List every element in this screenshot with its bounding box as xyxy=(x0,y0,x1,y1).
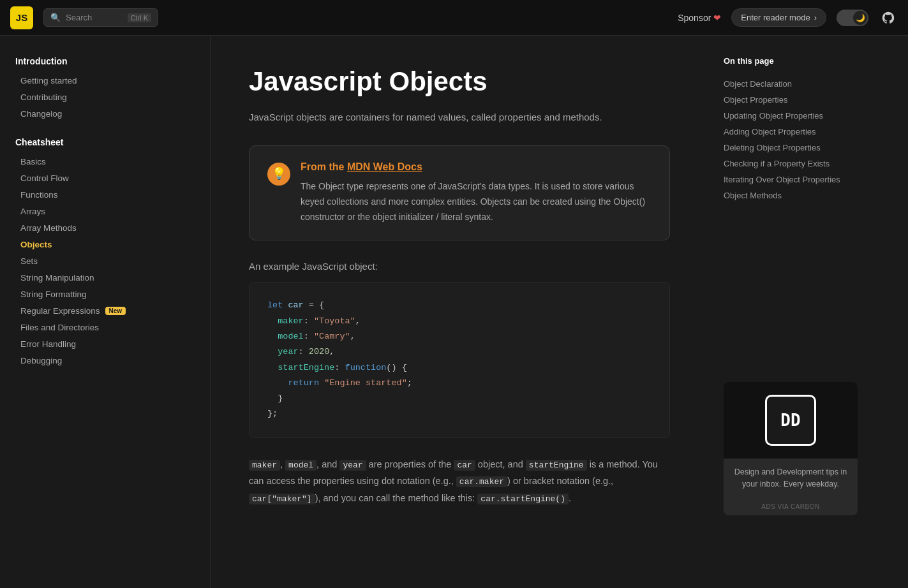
sidebar-item-error-handling[interactable]: Error Handling xyxy=(15,336,195,352)
mdn-content: From the MDN Web Docs The Object type re… xyxy=(301,161,651,224)
sidebar-item-label: Sets xyxy=(20,256,38,266)
sidebar-item-label: Debugging xyxy=(20,356,62,365)
search-shortcut: Ctrl K xyxy=(128,13,152,22)
mdn-callout: 💡 From the MDN Web Docs The Object type … xyxy=(249,145,670,240)
sidebar-item-label: Control Flow xyxy=(20,173,69,183)
toc-item-object-properties[interactable]: Object Properties xyxy=(724,92,859,108)
ad-text: Design and Development tips in your inbo… xyxy=(724,459,858,498)
toc-item-iterating-over-object-properties[interactable]: Iterating Over Object Properties xyxy=(724,172,859,187)
toc-panel: On this page Object DeclarationObject Pr… xyxy=(708,36,874,588)
sidebar-item-control-flow[interactable]: Control Flow xyxy=(15,170,195,186)
toggle-knob: 🌙 xyxy=(853,11,867,25)
sidebar-item-objects[interactable]: Objects xyxy=(15,237,195,253)
page-layout: Introduction Getting startedContributing… xyxy=(0,36,908,588)
sidebar-item-regular-expressions[interactable]: Regular ExpressionsNew xyxy=(15,303,195,319)
intro-section-title: Introduction xyxy=(15,56,195,66)
sidebar-item-label: Functions xyxy=(20,190,58,200)
svg-text:💡: 💡 xyxy=(272,166,287,180)
sidebar-item-label: Basics xyxy=(20,157,46,166)
heart-icon: ❤ xyxy=(713,13,721,23)
ad-via: ADS VIA CARBON xyxy=(724,498,858,515)
dark-mode-toggle[interactable]: 🌙 xyxy=(837,10,868,26)
sidebar-item-label: String Formatting xyxy=(20,290,87,299)
chevron-right-icon: › xyxy=(814,13,817,22)
sidebar-item-array-methods[interactable]: Array Methods xyxy=(15,220,195,236)
sidebar-item-functions[interactable]: Functions xyxy=(15,187,195,203)
page-title: Javascript Objects xyxy=(249,66,670,97)
sidebar-item-label: Objects xyxy=(20,240,52,249)
sidebar-item-label: Error Handling xyxy=(20,339,76,349)
sidebar-item-label: Array Methods xyxy=(20,223,77,233)
sidebar-item-contributing[interactable]: Contributing xyxy=(15,89,195,105)
sidebar-item-getting-started[interactable]: Getting started xyxy=(15,73,195,89)
sidebar-item-changelog[interactable]: Changelog xyxy=(15,106,195,122)
mdn-title: From the MDN Web Docs xyxy=(301,161,651,173)
sidebar-item-label: Regular Expressions xyxy=(20,306,100,316)
github-icon[interactable] xyxy=(879,8,898,27)
cheatsheet-nav: BasicsControl FlowFunctionsArraysArray M… xyxy=(15,154,195,369)
reader-mode-button[interactable]: Enter reader mode › xyxy=(731,8,826,27)
sponsor-button[interactable]: Sponsor ❤ xyxy=(678,13,721,23)
toc-title: On this page xyxy=(724,56,859,66)
toc-item-adding-object-properties[interactable]: Adding Object Properties xyxy=(724,124,859,140)
main-content: Javascript Objects JavaScript objects ar… xyxy=(211,36,708,588)
intro-nav: Getting startedContributingChangelog xyxy=(15,73,195,122)
toc-item-checking-if-a-property-exists[interactable]: Checking if a Property Exists xyxy=(724,156,859,172)
new-badge: New xyxy=(105,307,126,315)
sidebar-item-arrays[interactable]: Arrays xyxy=(15,203,195,219)
search-label: Search xyxy=(66,13,92,22)
sidebar-item-label: Files and Directories xyxy=(20,323,99,332)
toc-item-object-declaration[interactable]: Object Declaration xyxy=(724,76,859,92)
page-intro: JavaScript objects are containers for na… xyxy=(249,110,670,125)
toc-item-updating-object-properties[interactable]: Updating Object Properties xyxy=(724,108,859,124)
sidebar-item-sets[interactable]: Sets xyxy=(15,253,195,269)
logo: JS xyxy=(10,6,33,29)
sidebar: Introduction Getting startedContributing… xyxy=(0,36,211,588)
search-icon: 🔍 xyxy=(50,13,61,22)
ad-image: DD xyxy=(724,382,858,459)
code-block: let car = { maker: "Toyota", model: "Cam… xyxy=(249,282,670,437)
dd-logo: DD xyxy=(765,395,816,446)
toc-items: Object DeclarationObject PropertiesUpdat… xyxy=(724,76,859,203)
desc-text: maker, model, and year are properties of… xyxy=(249,456,670,506)
sidebar-item-label: Arrays xyxy=(20,207,45,216)
ad-box: DD Design and Development tips in your i… xyxy=(724,382,858,515)
sidebar-item-files-and-directories[interactable]: Files and Directories xyxy=(15,320,195,335)
mdn-link[interactable]: MDN Web Docs xyxy=(347,161,422,172)
sidebar-item-string-manipulation[interactable]: String Manipulation xyxy=(15,270,195,286)
sidebar-item-string-formatting[interactable]: String Formatting xyxy=(15,286,195,302)
example-label: An example JavaScript object: xyxy=(249,261,670,272)
sidebar-item-basics[interactable]: Basics xyxy=(15,154,195,170)
search-bar[interactable]: 🔍 Search Ctrl K xyxy=(43,8,158,27)
cheatsheet-section-title: Cheatsheet xyxy=(15,137,195,147)
toc-item-deleting-object-properties[interactable]: Deleting Object Properties xyxy=(724,140,859,156)
mdn-icon: 💡 xyxy=(267,163,290,186)
mdn-body: The Object type represents one of JavaSc… xyxy=(301,179,651,224)
topnav: JS 🔍 Search Ctrl K Sponsor ❤ Enter reade… xyxy=(0,0,908,36)
sidebar-item-debugging[interactable]: Debugging xyxy=(15,353,195,369)
nav-right: Sponsor ❤ Enter reader mode › 🌙 xyxy=(678,8,898,27)
toc-item-object-methods[interactable]: Object Methods xyxy=(724,187,859,203)
sidebar-item-label: String Manipulation xyxy=(20,273,94,283)
